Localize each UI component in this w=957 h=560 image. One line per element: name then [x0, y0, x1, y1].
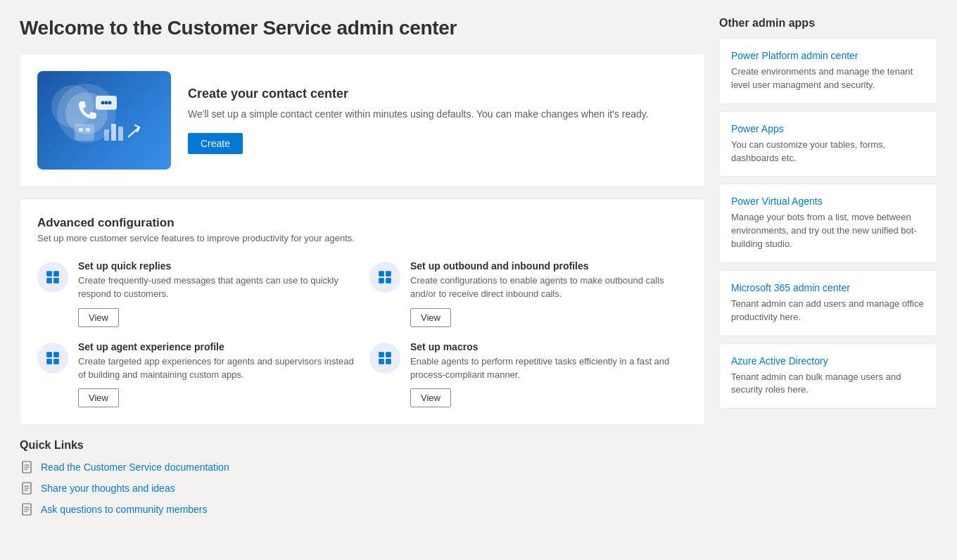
- agent-experience-title: Set up agent experience profile: [78, 341, 355, 352]
- svg-rect-8: [86, 128, 90, 132]
- config-text-agent-experience: Set up agent experience profile Create t…: [78, 341, 355, 408]
- outbound-inbound-icon: [369, 262, 400, 293]
- config-text-quick-replies: Set up quick replies Create frequently-u…: [78, 260, 355, 327]
- outbound-inbound-title: Set up outbound and inbound profiles: [410, 260, 687, 272]
- svg-rect-24: [379, 352, 384, 357]
- admin-app-card-power-virtual-agents: Power Virtual Agents Manage your bots fr…: [719, 184, 937, 263]
- advanced-config-subtitle: Set up more customer service features to…: [37, 233, 687, 243]
- power-platform-desc: Create environments and manage the tenan…: [731, 65, 925, 92]
- hero-description: We'll set up a simple contact center wit…: [188, 107, 687, 122]
- hero-heading: Create your contact center: [188, 87, 687, 101]
- hero-text: Create your contact center We'll set up …: [188, 87, 687, 154]
- power-virtual-agents-link[interactable]: Power Virtual Agents: [731, 196, 925, 207]
- svg-rect-27: [386, 359, 391, 364]
- quick-replies-desc: Create frequently-used messages that age…: [78, 274, 355, 301]
- config-item-outbound-inbound: Set up outbound and inbound profiles Cre…: [369, 260, 687, 327]
- hero-card: Create your contact center We'll set up …: [20, 53, 705, 187]
- admin-app-card-m365: Microsoft 365 admin center Tenant admin …: [719, 270, 937, 336]
- config-item-quick-replies: Set up quick replies Create frequently-u…: [37, 260, 355, 327]
- admin-app-card-azure-ad: Azure Active Directory Tenant admin can …: [719, 343, 937, 409]
- hero-illustration: [37, 71, 171, 170]
- create-button[interactable]: Create: [188, 133, 243, 154]
- power-platform-link[interactable]: Power Platform admin center: [731, 50, 925, 61]
- svg-rect-17: [386, 271, 391, 276]
- admin-app-card-power-platform: Power Platform admin center Create envir…: [719, 38, 937, 104]
- svg-rect-21: [53, 352, 59, 357]
- config-item-agent-experience: Set up agent experience profile Create t…: [37, 341, 355, 408]
- svg-rect-16: [379, 271, 384, 276]
- svg-rect-18: [379, 278, 384, 284]
- other-admin-apps-heading: Other admin apps: [719, 17, 937, 30]
- svg-rect-12: [46, 271, 52, 276]
- agent-experience-desc: Create targeted app experiences for agen…: [78, 355, 355, 382]
- m365-desc: Tenant admin can add users and manage of…: [731, 298, 925, 324]
- config-text-outbound-inbound: Set up outbound and inbound profiles Cre…: [410, 260, 687, 327]
- admin-app-card-power-apps: Power Apps You can customize your tables…: [719, 111, 937, 177]
- thoughts-icon: [20, 481, 34, 495]
- docs-link[interactable]: Read the Customer Service documentation: [41, 462, 229, 473]
- quick-replies-view-button[interactable]: View: [78, 308, 119, 327]
- svg-rect-26: [379, 359, 384, 364]
- community-icon: [20, 502, 34, 516]
- svg-rect-7: [79, 128, 83, 132]
- power-apps-link[interactable]: Power Apps: [731, 123, 925, 134]
- svg-rect-20: [46, 352, 52, 357]
- main-content: Welcome to the Customer Service admin ce…: [20, 17, 705, 523]
- docs-icon: [20, 460, 34, 474]
- agent-experience-icon: [37, 343, 68, 374]
- advanced-config-card: Advanced configuration Set up more custo…: [20, 198, 705, 425]
- quick-replies-icon: [37, 262, 68, 293]
- config-item-macros: Set up macros Enable agents to perform r…: [369, 341, 687, 408]
- macros-desc: Enable agents to perform repetitive task…: [410, 355, 687, 382]
- config-text-macros: Set up macros Enable agents to perform r…: [410, 341, 687, 408]
- config-grid: Set up quick replies Create frequently-u…: [37, 260, 687, 407]
- svg-rect-6: [75, 124, 94, 141]
- svg-rect-19: [386, 278, 391, 284]
- azure-ad-link[interactable]: Azure Active Directory: [731, 355, 925, 367]
- power-virtual-agents-desc: Manage your bots from a list, move betwe…: [731, 211, 925, 251]
- hero-illustration-icon: [48, 75, 160, 167]
- quick-link-item-community: Ask questions to community members: [20, 502, 705, 516]
- community-link[interactable]: Ask questions to community members: [41, 504, 208, 515]
- svg-rect-9: [104, 129, 109, 141]
- outbound-inbound-desc: Create configurations to enable agents t…: [410, 274, 687, 301]
- svg-point-4: [105, 101, 108, 104]
- macros-view-button[interactable]: View: [410, 388, 451, 407]
- svg-rect-11: [118, 127, 123, 141]
- outbound-inbound-view-button[interactable]: View: [410, 308, 451, 327]
- macros-title: Set up macros: [410, 341, 687, 352]
- svg-rect-25: [386, 352, 391, 357]
- quick-links-heading: Quick Links: [20, 439, 705, 452]
- power-apps-desc: You can customize your tables, forms, da…: [731, 139, 925, 165]
- quick-link-item-thoughts: Share your thoughts and ideas: [20, 481, 705, 495]
- advanced-config-heading: Advanced configuration: [37, 216, 687, 230]
- azure-ad-desc: Tenant admin can bulk manage users and s…: [731, 371, 925, 397]
- thoughts-link[interactable]: Share your thoughts and ideas: [41, 483, 175, 494]
- svg-rect-22: [46, 359, 52, 364]
- svg-rect-23: [53, 359, 59, 364]
- m365-link[interactable]: Microsoft 365 admin center: [731, 282, 925, 293]
- svg-rect-14: [46, 278, 52, 284]
- quick-replies-title: Set up quick replies: [78, 260, 355, 272]
- sidebar: Other admin apps Power Platform admin ce…: [719, 17, 937, 523]
- svg-rect-10: [111, 124, 116, 141]
- svg-point-5: [108, 101, 112, 104]
- macros-icon: [369, 343, 400, 374]
- quick-links-section: Quick Links Read the Customer Service do…: [20, 439, 705, 516]
- svg-rect-13: [53, 271, 59, 276]
- svg-point-3: [101, 101, 105, 104]
- page-title: Welcome to the Customer Service admin ce…: [20, 17, 705, 39]
- svg-rect-15: [53, 278, 59, 284]
- quick-link-item-docs: Read the Customer Service documentation: [20, 460, 705, 474]
- agent-experience-view-button[interactable]: View: [78, 388, 119, 407]
